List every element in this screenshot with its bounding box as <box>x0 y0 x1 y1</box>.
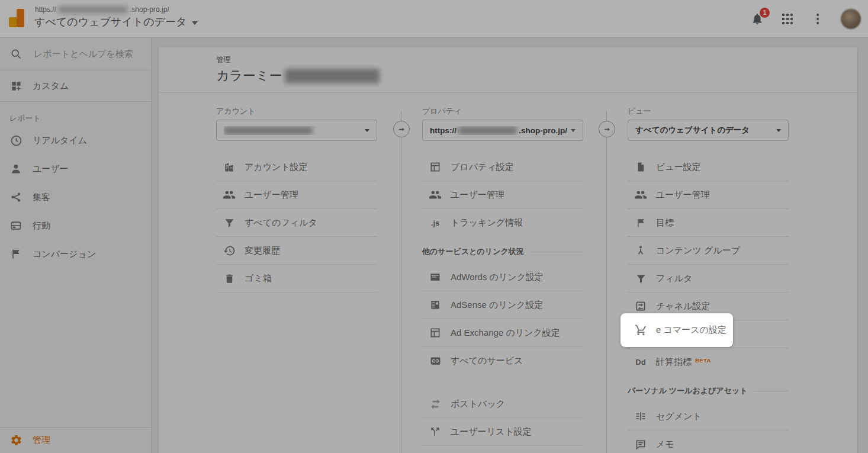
spotlight-ecommerce-settings[interactable]: e コマースの設定 <box>621 313 733 347</box>
spotlight-label: e コマースの設定 <box>656 325 726 336</box>
cart-icon <box>634 323 648 338</box>
dim-overlay <box>0 0 868 453</box>
analytics-admin-page: https://.shop-pro.jp/ すべてのウェブサイトのデータ 1 <box>0 0 868 453</box>
